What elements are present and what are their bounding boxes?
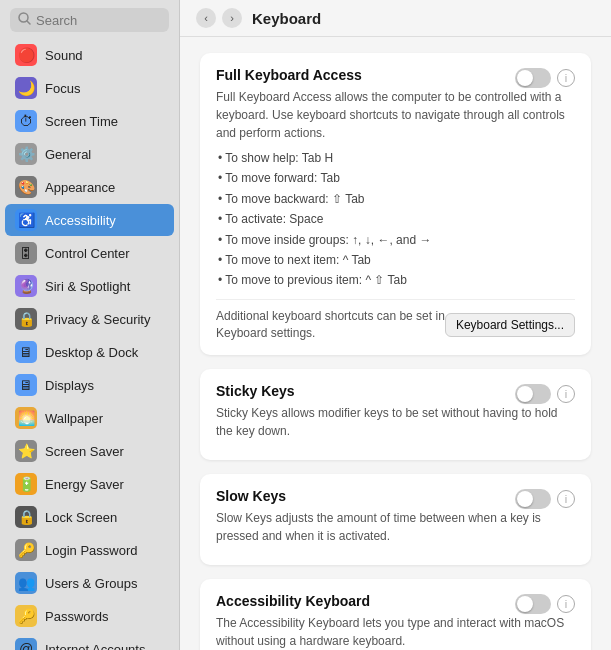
sidebar-item-energy-saver[interactable]: 🔋Energy Saver [5, 468, 174, 500]
full-keyboard-access-info-button[interactable]: i [557, 69, 575, 87]
sidebar-item-sound[interactable]: 🔴Sound [5, 39, 174, 71]
desktop-dock-icon: 🖥 [15, 341, 37, 363]
sidebar-item-screen-time[interactable]: ⏱Screen Time [5, 105, 174, 137]
sidebar-item-siri-spotlight[interactable]: 🔮Siri & Spotlight [5, 270, 174, 302]
wallpaper-icon: 🌅 [15, 407, 37, 429]
slow-keys-toggle-info: i [515, 489, 575, 509]
full-keyboard-access-description: Full Keyboard Access allows the computer… [216, 88, 575, 142]
desktop-dock-label: Desktop & Dock [45, 345, 138, 360]
accessibility-keyboard-info-button[interactable]: i [557, 595, 575, 613]
general-icon: ⚙️ [15, 143, 37, 165]
sticky-keys-toggle-info: i [515, 384, 575, 404]
sidebar-item-internet-accounts[interactable]: @Internet Accounts [5, 633, 174, 650]
sidebar-item-accessibility[interactable]: ♿Accessibility [5, 204, 174, 236]
accessibility-keyboard-title: Accessibility Keyboard [216, 593, 370, 609]
sidebar-item-wallpaper[interactable]: 🌅Wallpaper [5, 402, 174, 434]
content-area: Full Keyboard AccessiFull Keyboard Acces… [180, 37, 611, 650]
siri-spotlight-label: Siri & Spotlight [45, 279, 130, 294]
accessibility-label: Accessibility [45, 213, 116, 228]
slow-keys-info-button[interactable]: i [557, 490, 575, 508]
screen-saver-label: Screen Saver [45, 444, 124, 459]
sidebar-item-control-center[interactable]: 🎛Control Center [5, 237, 174, 269]
passwords-icon: 🔑 [15, 605, 37, 627]
sound-icon: 🔴 [15, 44, 37, 66]
sound-label: Sound [45, 48, 83, 63]
full-keyboard-access-additional-text: Additional keyboard shortcuts can be set… [216, 308, 445, 342]
screen-time-icon: ⏱ [15, 110, 37, 132]
screen-time-label: Screen Time [45, 114, 118, 129]
privacy-security-icon: 🔒 [15, 308, 37, 330]
sidebar-item-general[interactable]: ⚙️General [5, 138, 174, 170]
accessibility-keyboard-toggle-info: i [515, 594, 575, 614]
sticky-keys-title: Sticky Keys [216, 383, 295, 399]
slow-keys-title: Slow Keys [216, 488, 286, 504]
section-full-keyboard-access: Full Keyboard AccessiFull Keyboard Acces… [200, 53, 591, 355]
sidebar-item-focus[interactable]: 🌙Focus [5, 72, 174, 104]
sticky-keys-info-button[interactable]: i [557, 385, 575, 403]
users-groups-icon: 👥 [15, 572, 37, 594]
lock-screen-icon: 🔒 [15, 506, 37, 528]
sidebar-item-passwords[interactable]: 🔑Passwords [5, 600, 174, 632]
full-keyboard-access-action-button[interactable]: Keyboard Settings... [445, 313, 575, 337]
full-keyboard-access-toggle-info: i [515, 68, 575, 88]
internet-accounts-label: Internet Accounts [45, 642, 145, 651]
svg-line-1 [27, 21, 30, 24]
accessibility-keyboard-toggle[interactable] [515, 594, 551, 614]
screen-saver-icon: ⭐ [15, 440, 37, 462]
focus-icon: 🌙 [15, 77, 37, 99]
users-groups-label: Users & Groups [45, 576, 137, 591]
energy-saver-label: Energy Saver [45, 477, 124, 492]
back-button[interactable]: ‹ [196, 8, 216, 28]
bullet-item: • To move backward: ⇧ Tab [218, 189, 575, 209]
sticky-keys-description: Sticky Keys allows modifier keys to be s… [216, 404, 575, 440]
section-accessibility-keyboard: Accessibility KeyboardiThe Accessibility… [200, 579, 591, 650]
full-keyboard-access-toggle[interactable] [515, 68, 551, 88]
appearance-icon: 🎨 [15, 176, 37, 198]
sidebar-item-privacy-security[interactable]: 🔒Privacy & Security [5, 303, 174, 335]
sidebar-item-desktop-dock[interactable]: 🖥Desktop & Dock [5, 336, 174, 368]
control-center-icon: 🎛 [15, 242, 37, 264]
accessibility-keyboard-description: The Accessibility Keyboard lets you type… [216, 614, 575, 650]
passwords-label: Passwords [45, 609, 109, 624]
slow-keys-description: Slow Keys adjusts the amount of time bet… [216, 509, 575, 545]
sticky-keys-toggle[interactable] [515, 384, 551, 404]
topbar: ‹ › Keyboard [180, 0, 611, 37]
bullet-item: • To move inside groups: ↑, ↓, ←, and → [218, 230, 575, 250]
search-bar[interactable] [10, 8, 169, 32]
displays-icon: 🖥 [15, 374, 37, 396]
search-icon [18, 12, 31, 28]
sidebar-item-users-groups[interactable]: 👥Users & Groups [5, 567, 174, 599]
slow-keys-header-row: Slow Keysi [216, 488, 575, 509]
login-password-icon: 🔑 [15, 539, 37, 561]
accessibility-keyboard-header-row: Accessibility Keyboardi [216, 593, 575, 614]
privacy-security-label: Privacy & Security [45, 312, 150, 327]
appearance-label: Appearance [45, 180, 115, 195]
login-password-label: Login Password [45, 543, 138, 558]
control-center-label: Control Center [45, 246, 130, 261]
bullet-item: • To move to previous item: ^ ⇧ Tab [218, 270, 575, 290]
full-keyboard-access-bullets: • To show help: Tab H• To move forward: … [216, 148, 575, 291]
full-keyboard-access-header-row: Full Keyboard Accessi [216, 67, 575, 88]
sections-container: Full Keyboard AccessiFull Keyboard Acces… [200, 53, 591, 650]
full-keyboard-access-title: Full Keyboard Access [216, 67, 362, 83]
lock-screen-label: Lock Screen [45, 510, 117, 525]
section-sticky-keys: Sticky KeysiSticky Keys allows modifier … [200, 369, 591, 460]
wallpaper-label: Wallpaper [45, 411, 103, 426]
bullet-item: • To show help: Tab H [218, 148, 575, 168]
search-input[interactable] [36, 13, 161, 28]
internet-accounts-icon: @ [15, 638, 37, 650]
slow-keys-toggle[interactable] [515, 489, 551, 509]
bullet-item: • To activate: Space [218, 209, 575, 229]
accessibility-icon: ♿ [15, 209, 37, 231]
sticky-keys-header-row: Sticky Keysi [216, 383, 575, 404]
general-label: General [45, 147, 91, 162]
forward-button[interactable]: › [222, 8, 242, 28]
displays-label: Displays [45, 378, 94, 393]
sidebar-item-lock-screen[interactable]: 🔒Lock Screen [5, 501, 174, 533]
sidebar: 🔴Sound🌙Focus⏱Screen Time⚙️General🎨Appear… [0, 0, 180, 650]
sidebar-item-displays[interactable]: 🖥Displays [5, 369, 174, 401]
sidebar-item-appearance[interactable]: 🎨Appearance [5, 171, 174, 203]
sidebar-item-screen-saver[interactable]: ⭐Screen Saver [5, 435, 174, 467]
sidebar-item-login-password[interactable]: 🔑Login Password [5, 534, 174, 566]
full-keyboard-access-additional-row: Additional keyboard shortcuts can be set… [216, 299, 575, 342]
